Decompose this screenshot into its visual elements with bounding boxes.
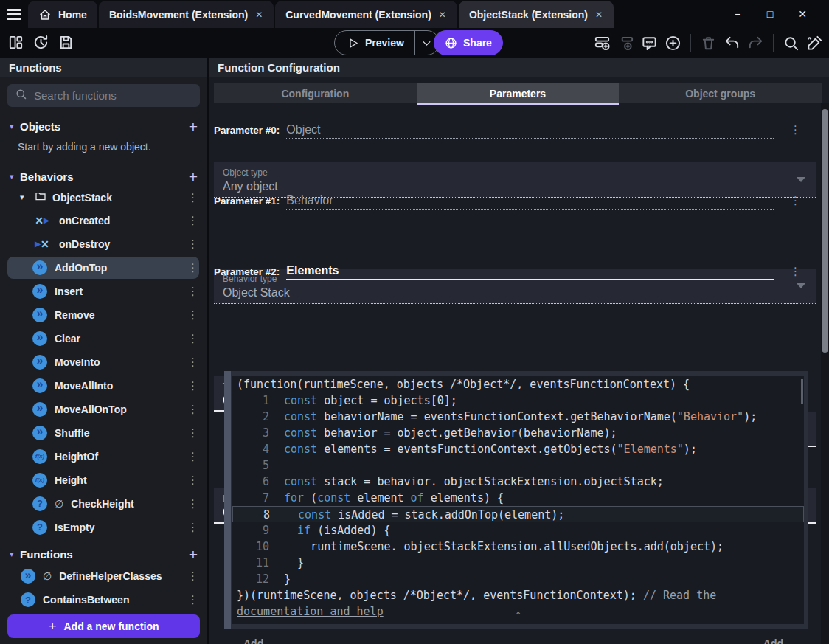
kebab-menu-icon[interactable]: ⋮ [187,308,198,322]
tab-configuration[interactable]: Configuration [214,83,417,103]
parameter-2-name-input[interactable]: Elements [286,264,774,280]
tab-objectstack-extension[interactable]: ObjectStack (Extension)✕ [459,1,614,28]
kebab-menu-icon[interactable]: ⋮ [790,265,800,280]
kebab-menu-icon[interactable]: ⋮ [187,426,198,440]
kebab-menu-icon[interactable]: ⋮ [187,285,198,298]
tab-boidsmovement-extension[interactable]: BoidsMovement (Extension)✕ [99,1,274,28]
sidebar-item-shuffle[interactable]: »Shuffle⋮ [0,421,207,445]
editor-scrollbar[interactable] [801,379,803,404]
chevron-down-icon[interactable]: ▾ [10,172,20,181]
objects-section-header[interactable]: ▾ Objects + [0,116,207,136]
panels-icon[interactable] [7,34,24,51]
kebab-menu-icon[interactable]: ⋮ [187,403,198,416]
code-line-2: 2const behaviorName = eventsFunctionCont… [232,409,804,425]
clipped-add-button-right[interactable]: Add [763,637,783,644]
sidebar-item-moveallontop[interactable]: »MoveAllOnTop⋮ [0,398,207,421]
tab-label: CurvedMovement (Extension) [285,9,431,21]
kebab-menu-icon[interactable]: ⋮ [187,474,198,487]
item-label: onCreated [59,215,187,226]
sidebar-item-containsbetween[interactable]: ?ContainsBetween⋮ [0,588,207,612]
sidebar-item-heightof[interactable]: f(x)HeightOf⋮ [0,445,207,468]
kebab-menu-icon[interactable]: ⋮ [187,569,198,583]
parameter-1-name-input[interactable]: Behavior [286,194,774,210]
history-icon[interactable] [32,34,49,51]
search-functions-input[interactable]: Search functions [7,84,200,107]
parameter-0-name-input[interactable]: Object [286,123,774,139]
tab-close-icon[interactable]: ✕ [594,10,603,20]
tab-label: Home [58,9,87,21]
add-circle-icon[interactable] [665,35,681,52]
add-object-button[interactable]: + [189,119,198,134]
add-event-icon[interactable] [594,35,611,52]
add-free-function-button[interactable]: + [189,547,198,562]
save-icon[interactable] [58,34,74,51]
clipped-add-button-left[interactable]: Add [243,637,263,644]
kebab-menu-icon[interactable]: ⋮ [187,332,198,345]
kebab-menu-icon[interactable]: ⋮ [187,191,198,204]
code-block-handle[interactable] [224,371,231,629]
sidebar-item-checkheight[interactable]: ?∅CheckHeight⋮ [0,492,207,516]
chevron-down-icon[interactable]: ▾ [20,193,29,202]
line-text: } [269,571,291,587]
sidebar-item-moveallinto[interactable]: »MoveAllInto⋮ [0,374,207,398]
sidebar-item-moveinto[interactable]: »MoveInto⋮ [0,350,207,374]
condition-function-icon: ? [21,592,35,607]
private-icon: ∅ [55,498,63,510]
sidebar-item-definehelperclasses[interactable]: »∅DefineHelperClasses⋮ [0,564,207,588]
minimize-button[interactable]: − [721,8,754,20]
scrollbar-thumb[interactable] [822,109,828,353]
main-menu-button[interactable] [0,1,28,28]
functions-section-header[interactable]: ▾ Functions + [0,544,207,564]
behavior-folder-objectstack[interactable]: ▾ ObjectStack ⋮ [0,187,207,208]
sidebar-item-ondestroy[interactable]: ▶✕onDestroy⋮ [0,232,207,256]
kebab-menu-icon[interactable]: ⋮ [187,356,198,369]
kebab-menu-icon[interactable]: ⋮ [187,593,198,606]
chevron-down-icon [421,38,432,49]
sidebar-item-isempty[interactable]: ?IsEmpty⋮ [0,516,207,539]
sidebar-item-oncreated[interactable]: ✕▶onCreated⋮ [0,209,207,232]
kebab-menu-icon[interactable]: ⋮ [790,194,800,210]
tab-close-icon[interactable]: ✕ [438,10,447,20]
add-comment-icon[interactable] [641,35,658,52]
search-icon[interactable] [783,35,799,52]
line-number: 6 [232,474,269,490]
preview-button[interactable]: Preview [334,30,440,55]
parameter-2-row: Parameter #2: Elements ⋮ [214,263,800,280]
edit-icon[interactable] [806,35,823,52]
sidebar-item-clear[interactable]: »Clear⋮ [0,327,207,350]
sidebar-item-remove[interactable]: »Remove⋮ [0,303,207,327]
add-new-function-button[interactable]: + Add a new function [7,614,200,638]
kebab-menu-icon[interactable]: ⋮ [187,238,198,251]
tab-object-groups[interactable]: Object groups [619,83,822,103]
scrollbar-track[interactable] [821,103,829,644]
tab-close-icon[interactable]: ✕ [254,10,263,20]
chevron-down-icon[interactable]: ▾ [10,550,20,559]
behaviors-section-header[interactable]: ▾ Behaviors + [0,167,207,187]
kebab-menu-icon[interactable]: ⋮ [187,521,198,534]
undo-icon[interactable] [724,35,740,52]
collapse-editor-button[interactable]: ^ [516,608,521,624]
code-line-9: 9 if (isAdded) { [232,522,804,539]
kebab-menu-icon[interactable]: ⋮ [187,497,198,510]
line-number: 10 [232,539,269,555]
sidebar-item-height[interactable]: f(x)Height⋮ [0,468,207,492]
kebab-menu-icon[interactable]: ⋮ [187,379,198,392]
tab-curvedmovement-extension[interactable]: CurvedMovement (Extension)✕ [275,1,457,28]
chevron-down-icon[interactable]: ▾ [10,122,20,131]
sidebar-item-addontop[interactable]: »AddOnTop⋮ [0,256,207,280]
kebab-menu-icon[interactable]: ⋮ [187,450,198,463]
tab-home[interactable]: Home [28,1,97,28]
sidebar-item-insert[interactable]: »Insert⋮ [0,280,207,303]
line-number: 1 [232,392,269,409]
tab-parameters[interactable]: Parameters [417,83,620,103]
add-behavior-button[interactable]: + [189,169,198,184]
action-function-icon: » [32,378,47,393]
kebab-menu-icon[interactable]: ⋮ [187,261,198,274]
kebab-menu-icon[interactable]: ⋮ [187,214,198,227]
maximize-button[interactable]: □ [754,8,786,20]
close-button[interactable]: ✕ [786,8,819,20]
item-inner: »Insert [0,284,187,299]
code-editor[interactable]: (function(runtimeScene, objects /*Object… [232,376,804,624]
share-button[interactable]: Share [434,30,503,55]
kebab-menu-icon[interactable]: ⋮ [790,123,800,139]
